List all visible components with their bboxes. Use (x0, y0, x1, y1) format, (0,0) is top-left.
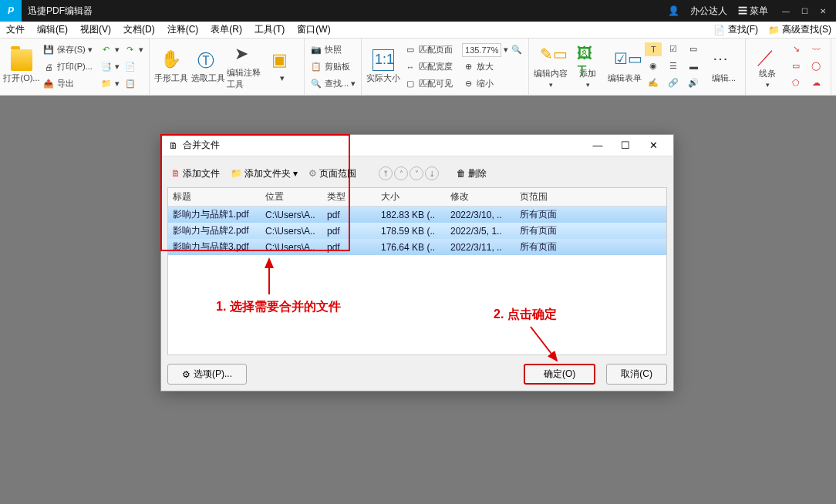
export-button[interactable]: 📤导出 (40, 76, 95, 92)
edit-more-button[interactable]: ⋯编辑... (705, 41, 742, 93)
cell-range: 所有页面 (515, 223, 666, 239)
menu-button[interactable]: ☰ 菜单 (738, 5, 768, 18)
checkbox-icon[interactable]: ☑ (665, 42, 682, 56)
maximize-button[interactable]: ☐ (797, 5, 811, 17)
open-button[interactable]: 打开(O)... (3, 41, 40, 93)
actual-size-button[interactable]: 1:1实际大小 (365, 41, 402, 93)
nav-down[interactable]: ˅ (410, 166, 423, 180)
user-name[interactable]: 办公达人 (690, 5, 727, 18)
menu-edit[interactable]: 编辑(E) (31, 22, 74, 39)
sig-field-icon[interactable]: ✍ (645, 76, 662, 90)
merge-dialog: 🗎 合并文件 — ☐ ✕ 🗎添加文件 📁添加文件夹 ▾ ⚙页面范围 ⤒ ˄ ˅ … (160, 134, 674, 391)
col-location[interactable]: 位置 (261, 188, 322, 207)
cell-modified: 2022/3/5, 1.. (446, 223, 515, 239)
menu-comment[interactable]: 注释(C) (161, 22, 205, 39)
menu-tools[interactable]: 工具(T) (248, 22, 291, 39)
fit-page-button[interactable]: ▭匹配页面 (402, 42, 455, 58)
col-size[interactable]: 大小 (376, 188, 446, 207)
add-icon: 🖼T (577, 45, 598, 66)
oval-icon[interactable]: ◯ (807, 59, 824, 73)
hand-tool[interactable]: ✋手形工具 (153, 41, 190, 93)
edit-content-button[interactable]: ✎▭编辑内容▾ (532, 41, 569, 93)
add-folder-button[interactable]: 📁添加文件夹 ▾ (227, 166, 302, 182)
annot-select-tool[interactable]: ▣▾ (264, 41, 301, 93)
dialog-maximize[interactable]: ☐ (612, 139, 639, 151)
cell-type: pdf (322, 223, 376, 239)
cancel-button[interactable]: 取消(C) (606, 364, 667, 385)
col-range[interactable]: 页范围 (515, 188, 666, 207)
snapshot-button[interactable]: 📷快照 (308, 42, 358, 58)
arrow-shape-icon[interactable]: ↘ (787, 42, 804, 56)
cell-location: C:\Users\A.. (261, 239, 322, 255)
curve-icon[interactable]: 〰 (807, 42, 824, 56)
link-icon[interactable]: 🔗 (665, 76, 682, 90)
print-button[interactable]: 🖨打印(P)... (40, 59, 95, 75)
tb-small-1[interactable]: ↶▾ (98, 42, 122, 58)
adv-find-menu-item[interactable]: 📁高级查找(S) (763, 23, 836, 36)
menu-view[interactable]: 视图(V) (74, 22, 117, 39)
col-title[interactable]: 标题 (168, 188, 261, 207)
dialog-minimize[interactable]: — (584, 139, 612, 151)
app-title: 迅捷PDF编辑器 (28, 5, 668, 18)
options-button[interactable]: ⚙选项(P)... (167, 364, 247, 385)
delete-button[interactable]: 🗑删除 (453, 166, 490, 182)
save-button[interactable]: 💾保存(S) ▾ (40, 42, 95, 58)
combo-icon[interactable]: ▭ (685, 42, 702, 56)
text-field-icon[interactable]: T (645, 42, 662, 56)
clipboard-button[interactable]: 📋剪贴板 (308, 59, 358, 75)
nav-last[interactable]: ⤓ (425, 166, 439, 180)
menu-form[interactable]: 表单(R) (204, 22, 248, 39)
cell-location: C:\Users\A.. (261, 223, 322, 239)
rect-icon[interactable]: ▭ (787, 59, 804, 73)
plus-icon: ⊕ (462, 61, 474, 73)
user-icon[interactable]: 👤 (668, 5, 679, 16)
cloud-icon[interactable]: ☁ (807, 76, 824, 90)
ok-button[interactable]: 确定(O) (524, 364, 595, 385)
tb-small-2[interactable]: 📑▾ (98, 59, 122, 75)
zoom-value[interactable]: 135.77% (462, 43, 501, 57)
table-row[interactable]: 影响力与品牌1.pdfC:\Users\A..pdf182.83 KB (..2… (168, 207, 666, 223)
fit-visible-button[interactable]: ▢匹配可见 (402, 76, 455, 92)
fit-width-button[interactable]: ↔匹配宽度 (402, 59, 455, 75)
nav-up[interactable]: ˄ (394, 166, 408, 180)
folder-open-icon (11, 49, 32, 71)
edit-icon: ✎▭ (540, 45, 561, 66)
find-menu-item[interactable]: 📄查找(F) (709, 23, 763, 36)
tb-small-3[interactable]: 📁▾ (98, 76, 122, 92)
polygon-icon[interactable]: ⬠ (787, 76, 804, 90)
find-button[interactable]: 🔍查找... ▾ (308, 76, 358, 92)
zoom-lens-icon[interactable]: 🔍 (511, 44, 523, 56)
edit-form-button[interactable]: ☑▭编辑表单 (606, 41, 643, 93)
add-file-button[interactable]: 🗎添加文件 (167, 166, 224, 182)
zoom-in-button[interactable]: ⊕放大 (460, 59, 525, 75)
col-type[interactable]: 类型 (322, 188, 376, 207)
close-button[interactable]: ✕ (816, 5, 830, 17)
add-button[interactable]: 🖼T添加▾ (569, 41, 606, 93)
menu-document[interactable]: 文档(D) (117, 22, 161, 39)
file-list[interactable]: 标题 位置 类型 大小 修改 页范围 影响力与品牌1.pdfC:\Users\A… (167, 187, 667, 355)
tb-small-6[interactable]: 📋 (122, 76, 146, 92)
select-tool[interactable]: Ⓣ选取工具 (190, 41, 227, 93)
cell-type: pdf (322, 207, 376, 223)
tb-small-4[interactable]: ↷▾ (122, 42, 146, 58)
button-icon[interactable]: ▬ (685, 59, 702, 73)
radio-icon[interactable]: ◉ (645, 59, 662, 73)
line-tool[interactable]: ／线条▾ (749, 41, 786, 93)
col-modified[interactable]: 修改 (446, 188, 515, 207)
dialog-close[interactable]: ✕ (639, 139, 667, 151)
sound-icon[interactable]: 🔊 (685, 76, 702, 90)
dialog-titlebar[interactable]: 🗎 合并文件 — ☐ ✕ (161, 135, 673, 156)
annot-cursor[interactable]: ➤编辑注释工具 (227, 41, 264, 93)
menu-window[interactable]: 窗口(W) (291, 22, 336, 39)
menu-file[interactable]: 文件 (0, 22, 31, 39)
minimize-button[interactable]: — (779, 5, 793, 17)
table-row[interactable]: 影响力与品牌3.pdfC:\Users\A..pdf176.64 KB (..2… (168, 239, 666, 255)
tb-small-5[interactable]: 📄 (122, 59, 146, 75)
cell-size: 176.64 KB (.. (376, 239, 446, 255)
clipboard-icon: 📋 (310, 61, 322, 73)
list-icon[interactable]: ☰ (665, 59, 682, 73)
page-range-button[interactable]: ⚙页面范围 (305, 166, 360, 182)
nav-first[interactable]: ⤒ (379, 166, 393, 180)
table-row[interactable]: 影响力与品牌2.pdfC:\Users\A..pdf178.59 KB (..2… (168, 223, 666, 239)
zoom-out-button[interactable]: ⊖缩小 (460, 76, 525, 92)
